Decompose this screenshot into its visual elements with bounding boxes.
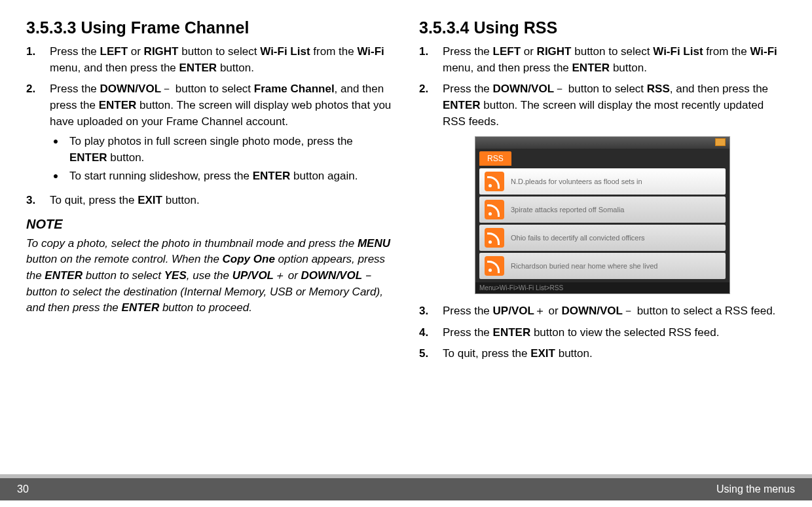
step-text: Press the LEFT or RIGHT button to select… [50,44,393,76]
rss-feed-title: N.D.pleads for volunteers as flood sets … [511,178,642,185]
rss-list: N.D.pleads for volunteers as flood sets … [475,166,729,282]
step-number: 3. [419,303,434,320]
step-item: 3.Press the UP/VOL＋ or DOWN/VOL－ button … [419,303,786,320]
section-title: Using the menus [716,483,795,495]
step-item: 5.To quit, press the EXIT button. [419,346,786,362]
step-number: 5. [419,346,434,362]
steps-right-b: 3.Press the UP/VOL＋ or DOWN/VOL－ button … [419,303,786,362]
step-text: Press the ENTER button to view the selec… [443,325,786,341]
step-item: 4.Press the ENTER button to view the sel… [419,325,786,341]
step-number: 2. [26,81,41,187]
rss-screenshot: RSS N.D.pleads for volunteers as flood s… [475,136,730,294]
right-column: 3.5.3.4 Using RSS 1.Press the LEFT or RI… [419,18,786,367]
step-number: 4. [419,325,434,341]
footer-bar: 30 Using the menus [0,478,812,500]
sub-item: ●To play photos in full screen single ph… [50,134,393,166]
rss-feed-title: Richardson buried near home where she li… [511,262,657,270]
bullet-icon: ● [50,168,62,185]
rss-feed-item: 3pirate attacks reported off Somalia [479,197,726,223]
step-text: Press the DOWN/VOL－ button to select Fra… [50,81,393,187]
note-heading: NOTE [26,217,393,232]
steps-left: 1.Press the LEFT or RIGHT button to sele… [26,44,393,209]
rss-icon [485,172,504,191]
step-text: Press the LEFT or RIGHT button to select… [443,44,786,76]
rss-icon [485,256,504,276]
steps-right-a: 1.Press the LEFT or RIGHT button to sele… [419,44,786,130]
heading-frame-channel: 3.5.3.3 Using Frame Channel [26,18,393,37]
heading-rss: 3.5.3.4 Using RSS [419,18,786,37]
step-item: 1.Press the LEFT or RIGHT button to sele… [419,44,786,76]
step-text: To quit, press the EXIT button. [50,193,393,209]
step-text: Press the UP/VOL＋ or DOWN/VOL－ button to… [443,303,786,320]
rss-feed-item: N.D.pleads for volunteers as flood sets … [479,168,726,195]
step-item: 2.Press the DOWN/VOL－ button to select F… [26,81,393,187]
rss-tab: RSS [479,151,511,166]
step-text: Press the DOWN/VOL－ button to select RSS… [443,81,786,130]
page-number: 30 [17,483,29,495]
rss-feed-title: 3pirate attacks reported off Somalia [511,206,624,214]
rss-breadcrumb: Menu>Wi-Fi>Wi-Fi List>RSS [475,282,729,293]
calendar-icon [715,138,726,146]
step-item: 2.Press the DOWN/VOL－ button to select R… [419,81,786,130]
step-number: 1. [26,44,41,76]
step-number: 1. [419,44,434,76]
sub-text: To start running slideshow, press the EN… [69,168,358,185]
note-body: To copy a photo, select the photo in thu… [26,236,393,316]
step-item: 3.To quit, press the EXIT button. [26,193,393,209]
sub-item: ●To start running slideshow, press the E… [50,168,393,185]
step-text: To quit, press the EXIT button. [443,346,786,362]
step-number: 3. [26,193,41,209]
step-item: 1.Press the LEFT or RIGHT button to sele… [26,44,393,76]
rss-feed-item: Richardson buried near home where she li… [479,253,726,279]
step-number: 2. [419,81,434,130]
left-column: 3.5.3.3 Using Frame Channel 1.Press the … [26,18,393,367]
sub-text: To play photos in full screen single pho… [69,134,393,166]
rss-titlebar [475,137,729,149]
rss-icon [485,228,504,248]
rss-feed-item: Ohio fails to decertify all convicted of… [479,225,726,251]
rss-icon [485,200,504,219]
rss-feed-title: Ohio fails to decertify all convicted of… [511,234,645,242]
bullet-icon: ● [50,134,62,166]
sub-list: ●To play photos in full screen single ph… [50,134,393,185]
